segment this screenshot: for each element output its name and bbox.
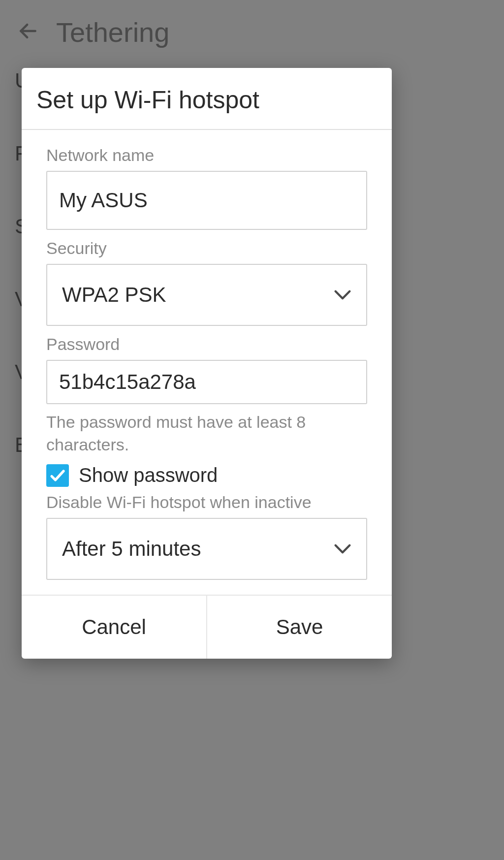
network-name-label: Network name — [46, 146, 367, 165]
chevron-down-icon — [334, 544, 351, 554]
network-name-input[interactable] — [46, 171, 367, 230]
security-select[interactable]: WPA2 PSK — [46, 264, 367, 326]
show-password-row[interactable]: Show password — [46, 464, 367, 487]
password-helper: The password must have at least 8 charac… — [46, 411, 367, 456]
show-password-checkbox[interactable] — [46, 464, 69, 487]
security-value: WPA2 PSK — [62, 283, 166, 307]
chevron-down-icon — [334, 290, 351, 300]
disable-hotspot-label: Disable Wi-Fi hotspot when inactive — [46, 493, 367, 512]
save-button[interactable]: Save — [207, 596, 392, 659]
dialog-title: Set up Wi-Fi hotspot — [22, 68, 392, 130]
show-password-label: Show password — [79, 464, 218, 486]
hotspot-dialog: Set up Wi-Fi hotspot Network name Securi… — [22, 68, 392, 659]
dialog-actions: Cancel Save — [22, 595, 392, 659]
disable-hotspot-select[interactable]: After 5 minutes — [46, 518, 367, 580]
page-title: Tethering — [56, 16, 169, 48]
password-input[interactable] — [46, 360, 367, 404]
disable-hotspot-value: After 5 minutes — [62, 537, 201, 561]
back-button[interactable] — [17, 20, 56, 44]
arrow-left-icon — [17, 20, 39, 42]
cancel-button[interactable]: Cancel — [22, 596, 206, 659]
security-label: Security — [46, 239, 367, 258]
dialog-body: Network name Security WPA2 PSK Password … — [22, 130, 392, 595]
page-header: Tethering — [0, 0, 504, 64]
check-icon — [49, 467, 66, 484]
password-label: Password — [46, 335, 367, 354]
